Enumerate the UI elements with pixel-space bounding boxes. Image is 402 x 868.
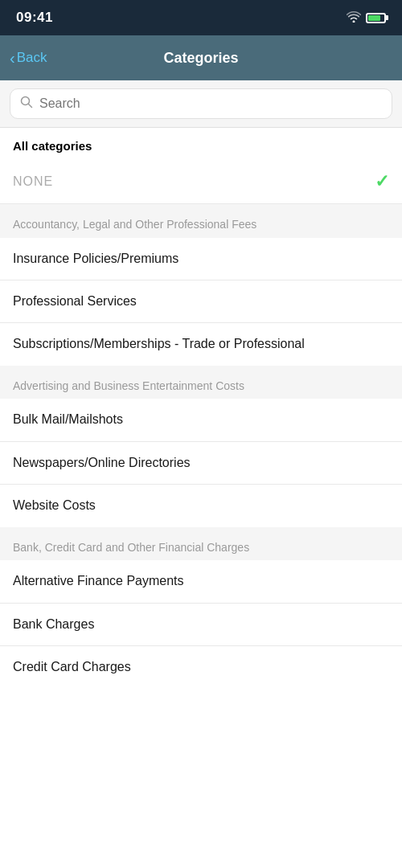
list-item[interactable]: Website Costs [0, 485, 402, 526]
back-label: Back [17, 50, 47, 66]
search-icon [20, 96, 33, 112]
category-item-text-2-1: Bank Charges [13, 617, 94, 631]
category-item-text-0-2: Subscriptions/Memberships - Trade or Pro… [13, 337, 305, 350]
category-item-text-2-2: Credit Card Charges [13, 660, 131, 674]
back-button[interactable]: ‹ Back [10, 49, 47, 68]
category-item-text-1-2: Website Costs [13, 498, 96, 512]
none-label: NONE [13, 174, 53, 189]
battery-icon [366, 13, 386, 23]
list-item[interactable]: Professional Services [0, 280, 402, 323]
nav-bar: ‹ Back Categories [0, 35, 402, 80]
wifi-icon [347, 11, 361, 25]
group-title-0: Accountancy, Legal and Other Professiona… [13, 218, 256, 231]
category-item-text-0-1: Professional Services [13, 294, 137, 308]
category-group-1: Advertising and Business Entertainment C… [0, 366, 402, 527]
group-header-2: Bank, Credit Card and Other Financial Ch… [0, 527, 402, 561]
list-item[interactable]: Insurance Policies/Premiums [0, 238, 402, 280]
group-title-1: Advertising and Business Entertainment C… [13, 379, 244, 392]
category-item-text-1-0: Bulk Mail/Mailshots [13, 412, 123, 426]
content: All categories NONE ✓ Accountancy, Legal… [0, 128, 402, 688]
list-item[interactable]: Newspapers/Online Directories [0, 442, 402, 485]
none-row[interactable]: NONE ✓ [0, 160, 402, 204]
search-container [0, 80, 402, 128]
checkmark-icon: ✓ [375, 171, 389, 192]
chevron-left-icon: ‹ [10, 49, 15, 68]
group-header-0: Accountancy, Legal and Other Professiona… [0, 204, 402, 238]
list-item[interactable]: Alternative Finance Payments [0, 560, 402, 603]
groups-container: Accountancy, Legal and Other Professiona… [0, 204, 402, 688]
group-title-2: Bank, Credit Card and Other Financial Ch… [13, 541, 249, 554]
category-item-text-1-1: Newspapers/Online Directories [13, 456, 191, 469]
search-bar [10, 88, 392, 119]
page-title: Categories [163, 50, 238, 67]
svg-line-1 [29, 104, 32, 108]
list-item[interactable]: Subscriptions/Memberships - Trade or Pro… [0, 323, 402, 365]
status-time: 09:41 [16, 10, 53, 26]
group-header-1: Advertising and Business Entertainment C… [0, 366, 402, 399]
all-categories-label: All categories [13, 139, 92, 153]
all-categories-header: All categories [0, 128, 402, 160]
search-input[interactable] [39, 96, 382, 111]
status-bar: 09:41 [0, 0, 402, 35]
list-item[interactable]: Bank Charges [0, 604, 402, 646]
list-item[interactable]: Bulk Mail/Mailshots [0, 399, 402, 441]
status-icons [347, 11, 386, 25]
category-group-2: Bank, Credit Card and Other Financial Ch… [0, 527, 402, 689]
category-item-text-2-0: Alternative Finance Payments [13, 574, 184, 588]
list-item[interactable]: Credit Card Charges [0, 646, 402, 688]
category-item-text-0-0: Insurance Policies/Premiums [13, 252, 178, 265]
category-group-0: Accountancy, Legal and Other Professiona… [0, 204, 402, 366]
